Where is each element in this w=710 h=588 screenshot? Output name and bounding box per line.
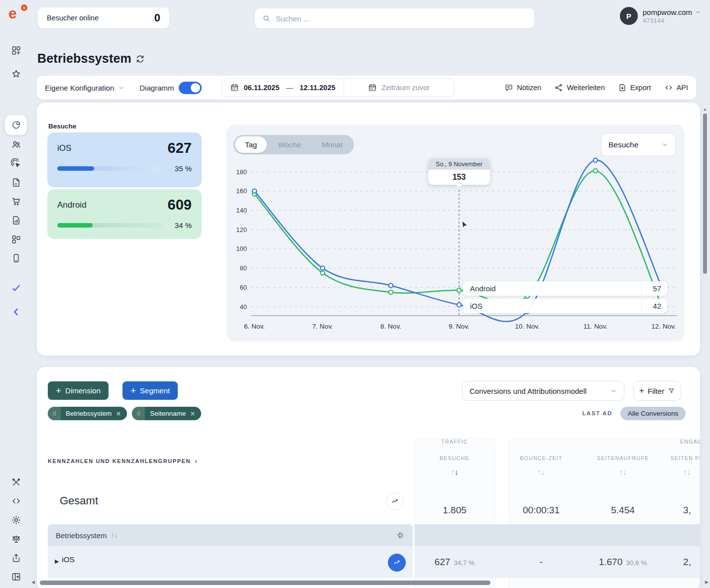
date-to: 12.11.2025 — [300, 84, 336, 92]
cart-icon — [11, 196, 21, 207]
svg-text:60: 60 — [240, 284, 247, 291]
close-icon[interactable] — [190, 411, 196, 417]
sidebar-item-cart[interactable] — [5, 192, 27, 211]
sidebar-item-pie-chart[interactable] — [5, 115, 27, 135]
sort-icon[interactable]: ↑↓ — [496, 468, 586, 475]
tab-woche[interactable]: Woche — [268, 136, 311, 153]
users-icon — [11, 139, 21, 150]
stat-card-android[interactable]: Android60934 % — [47, 189, 202, 239]
sort-icon[interactable]: ↑↓ — [410, 468, 499, 475]
diagram-toggle[interactable] — [179, 82, 202, 94]
sidebar-item-blocks[interactable] — [5, 230, 27, 248]
column-header-bounce-zeit[interactable]: BOUNCE-ZEIT — [496, 455, 586, 461]
column-header-besuche[interactable]: BESUCHE — [410, 455, 499, 461]
cell-value: 3, — [683, 505, 691, 515]
config-dropdown[interactable]: Eigene Konfiguration — [45, 84, 124, 92]
stat-card-ios[interactable]: iOS62735 % — [47, 132, 202, 187]
cell-value: 00:00:31 — [523, 505, 560, 515]
toolbar-actions: NotizenWeiterleitenExportAPI — [504, 83, 688, 92]
account-switcher[interactable]: P pompwow.com 473144 — [620, 7, 701, 25]
sidebar-item-star[interactable] — [5, 64, 27, 83]
drag-handle-icon[interactable] — [48, 407, 61, 420]
search-input[interactable] — [276, 14, 527, 23]
date-range-current[interactable]: 06.11.2025 — 12.11.2025 — [222, 79, 343, 97]
vertical-scrollbar[interactable] — [703, 114, 707, 274]
sidebar-item-users[interactable] — [5, 135, 27, 154]
kennzahlen-section-toggle[interactable]: KENNZAHLEN UND KENNZAHLENGRUPPEN › — [48, 457, 198, 465]
attribution-last-ad[interactable]: LAST AD — [573, 410, 612, 416]
tab-tag[interactable]: Tag — [235, 136, 267, 153]
toolbar-action-weiterleiten[interactable]: Weiterleiten — [554, 83, 604, 92]
logo-badge: s — [21, 4, 27, 11]
cell-value: 2, — [683, 557, 691, 567]
chip-betriebssystem[interactable]: Betriebssystem — [48, 407, 127, 420]
conversions-select[interactable]: Conversions und Attributionsmodell — [462, 381, 624, 401]
sort-icon[interactable]: ↑↓ — [111, 532, 118, 539]
stat-percent: 34 % — [168, 221, 192, 230]
sidebar-item-phone[interactable] — [5, 248, 27, 267]
toolbar-action-api[interactable]: API — [664, 83, 688, 92]
close-icon[interactable] — [116, 411, 121, 417]
date-range-picker: 06.11.2025 — 12.11.2025 Zeitraum zuvor — [222, 78, 454, 97]
sort-icon[interactable]: ↑↓ — [642, 468, 700, 475]
svg-text:40: 40 — [240, 303, 247, 311]
add-filter-button[interactable]: + Filter — [633, 381, 681, 401]
add-segment-button[interactable]: + Segment — [122, 381, 178, 400]
sidebar-item-gear[interactable] — [5, 514, 27, 525]
tab-monat[interactable]: Monat — [312, 136, 353, 153]
sidebar-item-scales[interactable] — [5, 533, 27, 544]
date-range-compare[interactable]: Zeitraum zuvor — [344, 79, 454, 97]
drag-dots-icon — [51, 410, 58, 417]
table-row[interactable] — [48, 546, 413, 578]
total-row-label: Gesamt — [60, 494, 98, 507]
chevron-right-icon: › — [195, 457, 198, 465]
visitors-online-widget[interactable]: Besucher online 0 — [38, 7, 169, 28]
kennzahlen-label: KENNZAHLEN UND KENNZAHLENGRUPPEN — [48, 458, 191, 464]
gear-icon — [11, 515, 21, 525]
sidebar-item-report[interactable] — [5, 211, 27, 230]
sidebar-item-exit[interactable] — [5, 571, 27, 582]
sidebar-item-apps-add[interactable] — [5, 41, 27, 60]
chart-hover-legend: Android57iOS42 — [463, 281, 667, 316]
column-group-label-traffic: TRAFFIC — [430, 439, 479, 445]
svg-text:8. Nov.: 8. Nov. — [380, 323, 401, 330]
compress-icon[interactable] — [396, 531, 405, 540]
refresh-icon[interactable] — [135, 54, 145, 64]
scroll-right-arrow[interactable]: ▶ — [705, 580, 709, 585]
chip-seitenname[interactable]: Seitenname — [132, 407, 201, 420]
column-header-seiten-pr[interactable]: SEITEN PR — [642, 455, 700, 461]
code-icon — [11, 496, 21, 506]
add-dimension-button[interactable]: + Dimension — [48, 381, 109, 400]
tooltip-caret — [456, 185, 462, 188]
sidebar-item-tools[interactable] — [5, 476, 27, 487]
sidebar-item-click-target[interactable] — [5, 154, 27, 173]
stat-value: 609 — [168, 197, 192, 213]
scroll-up-arrow[interactable]: ▲ — [703, 107, 707, 112]
horizontal-scrollbar[interactable] — [40, 581, 490, 585]
sidebar-item-chevron-left[interactable] — [5, 302, 27, 321]
sidebar-item-check[interactable] — [5, 278, 27, 297]
compare-label: Zeitraum zuvor — [381, 84, 430, 92]
attribution-alle-conversions[interactable]: Alle Conversions — [620, 407, 686, 420]
stat-card-header: iOS627 — [57, 140, 192, 156]
sidebar-item-page[interactable] — [5, 173, 27, 192]
metric-select[interactable]: Besuche — [601, 133, 676, 156]
column-group-label-engag: ENGAG — [680, 439, 700, 445]
expand-triangle-icon[interactable]: ▶ — [55, 558, 59, 565]
chip-label: Seitenname — [145, 410, 190, 417]
sidebar-top-group — [5, 41, 27, 83]
phone-icon — [11, 253, 21, 263]
tooltip-value: 153 — [428, 170, 490, 185]
subtable-header[interactable]: Betriebssystem ↑↓ — [48, 524, 413, 546]
sidebar-item-share[interactable] — [5, 552, 27, 563]
drag-handle-icon[interactable] — [132, 407, 145, 420]
sidebar-item-code[interactable] — [5, 495, 27, 506]
apps-add-icon — [11, 45, 21, 56]
legend-name: iOS — [470, 302, 641, 310]
dimension-chips: BetriebssystemSeitenname — [48, 407, 201, 420]
brand-logo[interactable]: e s — [8, 5, 23, 22]
scroll-left-arrow[interactable]: ◀ — [31, 580, 35, 585]
svg-text:7. Nov.: 7. Nov. — [312, 323, 333, 330]
toolbar-action-notizen[interactable]: Notizen — [504, 83, 541, 92]
toolbar-action-export[interactable]: Export — [618, 83, 651, 92]
